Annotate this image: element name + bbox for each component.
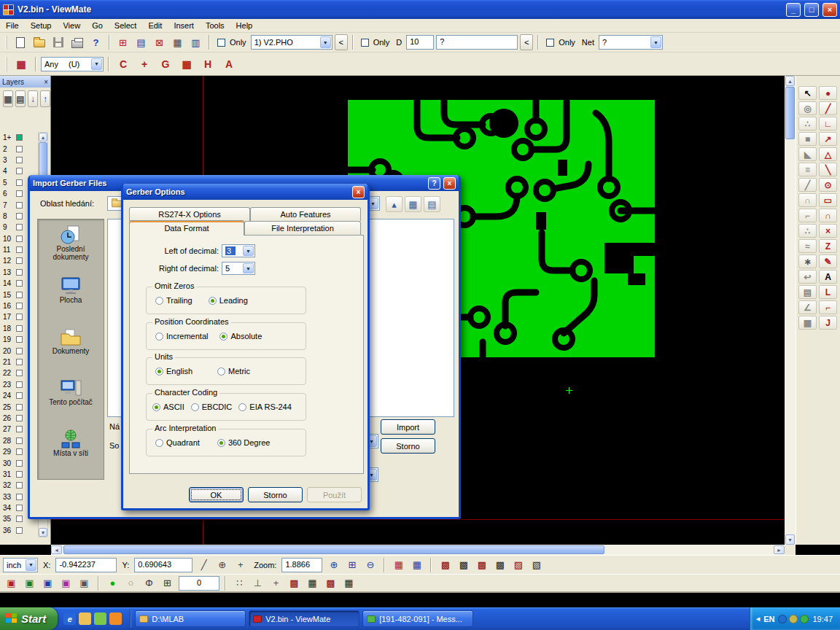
tab-file-interpretation[interactable]: File Interpretation xyxy=(244,221,361,235)
layer-color-box[interactable] xyxy=(16,236,23,242)
radio-option[interactable]: Leading xyxy=(209,296,248,305)
pad-array-icon[interactable]: ∴ xyxy=(798,117,817,131)
dcode-filter-combo[interactable]: Any (U) ▼ xyxy=(41,57,104,71)
close-button[interactable]: × xyxy=(352,186,365,198)
crosshair-icon[interactable]: + xyxy=(268,575,284,591)
views-icon[interactable]: ▤ xyxy=(424,196,440,212)
layer-up-icon[interactable]: ↑ xyxy=(40,90,50,107)
menu-item[interactable]: Insert xyxy=(168,20,200,31)
chevron-down-icon[interactable]: ▼ xyxy=(91,58,102,70)
x-coordinate-field[interactable]: -0.942237 xyxy=(55,558,117,572)
pattern-icon-5[interactable]: ▨ xyxy=(510,557,526,573)
new-folder-icon[interactable]: ▦ xyxy=(405,196,421,212)
step-corner-icon[interactable]: ⌐ xyxy=(798,209,817,222)
horizontal-scrollbar[interactable]: ◄ ► xyxy=(51,545,785,555)
layer-table-icon[interactable]: ▦ xyxy=(3,90,13,107)
taskbar-task-button[interactable]: V2.bin - ViewMate xyxy=(249,610,359,627)
chevron-down-icon[interactable]: ▼ xyxy=(243,263,254,273)
radio-option[interactable]: EBCDIC xyxy=(191,402,233,411)
tab-rs274x-options[interactable]: RS274-X Options xyxy=(129,207,250,221)
layer-stack-icon[interactable]: ▥ xyxy=(187,34,204,50)
layer-color-box[interactable] xyxy=(16,381,23,388)
save-button[interactable] xyxy=(50,34,66,50)
draw-arc-icon[interactable]: ∩ xyxy=(819,209,837,222)
layer-color-box[interactable] xyxy=(16,505,23,511)
align-lines-icon[interactable]: ≡ xyxy=(798,163,817,176)
internet-explorer-icon[interactable]: e xyxy=(63,612,76,625)
origin-icon[interactable]: + xyxy=(232,557,249,573)
minimize-button[interactable]: _ xyxy=(786,3,801,17)
layer-color-icon-2[interactable]: ▣ xyxy=(21,575,38,591)
scroll-right-icon[interactable]: ► xyxy=(774,545,785,554)
draw-triangle-icon[interactable]: △ xyxy=(819,147,837,161)
text-tool-icon[interactable]: A xyxy=(219,55,238,74)
place-network[interactable]: Místa v síti xyxy=(38,424,104,475)
layer-color-box[interactable] xyxy=(16,438,23,444)
cancel-button[interactable]: Storno xyxy=(381,438,435,454)
aperture-table-icon[interactable]: ⊞ xyxy=(114,34,131,50)
printer-region-icon[interactable]: ▤ xyxy=(798,285,817,299)
menu-item[interactable]: Setup xyxy=(25,20,58,31)
zigzag-icon[interactable]: Z xyxy=(819,239,837,253)
tray-icon-1[interactable] xyxy=(778,615,787,623)
prev-document-button[interactable]: < xyxy=(335,34,348,50)
layer-color-box[interactable] xyxy=(16,370,23,376)
layer-color-box[interactable] xyxy=(16,415,23,421)
only-dcode-checkbox[interactable] xyxy=(361,39,369,47)
layer-color-box[interactable] xyxy=(16,404,23,411)
document-combo[interactable]: 1) V2.PHO ▼ xyxy=(251,35,332,50)
chevron-down-icon[interactable]: ▼ xyxy=(26,559,36,571)
undo-arrow-icon[interactable]: ↩ xyxy=(798,270,817,284)
taskbar-task-button[interactable]: D:\MLAB xyxy=(135,610,246,627)
scrollbar-thumb[interactable] xyxy=(785,87,795,139)
dialog-title-bar[interactable]: Gerber Options × xyxy=(123,184,368,200)
print-button[interactable] xyxy=(69,34,85,50)
draw-arrow-icon[interactable]: ↗ xyxy=(819,132,837,146)
layer-color-box[interactable] xyxy=(16,336,23,343)
snap-cross-icon[interactable]: + xyxy=(135,55,154,74)
filled-rect-icon[interactable]: ■ xyxy=(798,132,817,146)
layer-color-box[interactable] xyxy=(16,246,23,253)
layer-color-box[interactable] xyxy=(16,190,23,197)
layer-color-box[interactable] xyxy=(16,460,23,467)
draw-circle-icon[interactable]: ⊙ xyxy=(819,178,837,192)
tab-auto-features[interactable]: Auto Features xyxy=(250,207,361,221)
lamp-icon[interactable]: ○ xyxy=(122,575,139,591)
layer-color-icon-5[interactable]: ▣ xyxy=(76,575,93,591)
erase-icon[interactable]: × xyxy=(819,224,837,238)
pattern-red-icon-2[interactable]: ▩ xyxy=(322,575,339,591)
dot-grid-tool-icon[interactable]: ∴ xyxy=(798,224,817,238)
taskbar-task-button[interactable]: [191-482-091] - Mess... xyxy=(362,610,473,627)
import-button[interactable]: Import xyxy=(381,419,435,435)
dcode-query-field[interactable]: ? xyxy=(436,35,518,50)
dcode-list-icon[interactable]: ▤ xyxy=(133,34,149,50)
close-icon[interactable]: × xyxy=(44,78,48,86)
pattern-icon-6[interactable]: ▧ xyxy=(528,557,545,573)
chevron-down-icon[interactable]: ▼ xyxy=(320,36,331,48)
layer-color-box[interactable] xyxy=(16,257,23,264)
layer-color-box[interactable] xyxy=(16,494,23,500)
layer-color-box[interactable] xyxy=(16,146,23,152)
radio-option[interactable]: Quadrant xyxy=(155,438,200,447)
radio-option[interactable]: Absolute xyxy=(219,332,262,341)
clock[interactable]: 19:47 xyxy=(812,615,833,623)
scroll-left-icon[interactable]: ◄ xyxy=(51,545,62,554)
dcode-h-icon[interactable]: H xyxy=(198,55,217,74)
browser-icon[interactable] xyxy=(109,612,122,625)
dcode-grid-button[interactable]: ▦ xyxy=(12,55,31,74)
start-button[interactable]: Start xyxy=(0,607,58,630)
language-indicator[interactable]: EN xyxy=(763,615,774,623)
layer-color-box[interactable] xyxy=(16,527,23,534)
hook-j-icon[interactable]: J xyxy=(819,316,837,330)
zoom-field[interactable]: 1.8866 xyxy=(281,558,322,572)
close-button[interactable]: × xyxy=(443,177,456,190)
layer-color-icon-1[interactable]: ▣ xyxy=(3,575,20,591)
toolbar-grip[interactable] xyxy=(5,35,7,50)
only-document-checkbox[interactable] xyxy=(217,39,225,47)
radio-option[interactable]: ASCII xyxy=(152,402,184,411)
open-file-button[interactable] xyxy=(31,34,47,50)
select-cursor-icon[interactable]: ↖ xyxy=(798,86,817,100)
target-icon[interactable]: ⊕ xyxy=(214,557,230,573)
layer-color-box[interactable] xyxy=(16,224,23,230)
chevron-down-icon[interactable]: ▼ xyxy=(243,246,254,256)
